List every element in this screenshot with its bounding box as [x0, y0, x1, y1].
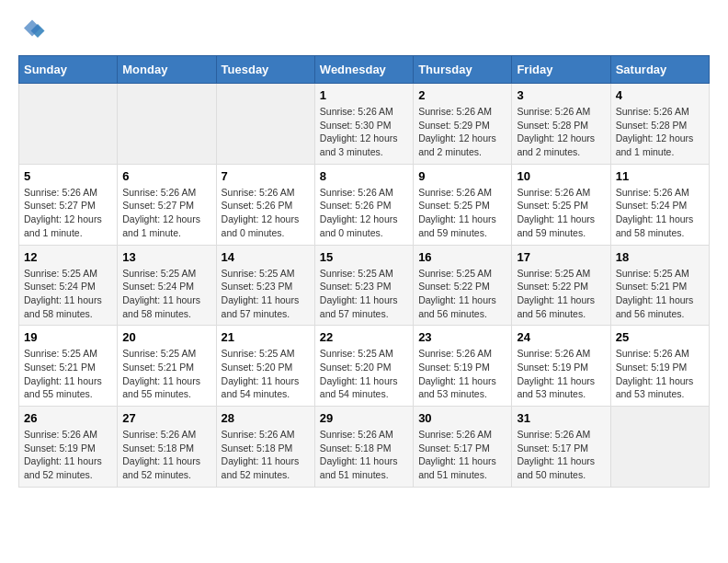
- day-number: 22: [320, 330, 408, 344]
- calendar-cell: 23 Sunrise: 5:26 AM Sunset: 5:19 PM Dayl…: [414, 326, 512, 407]
- calendar-cell: 22 Sunrise: 5:25 AM Sunset: 5:20 PM Dayl…: [314, 326, 413, 407]
- calendar-cell: 27 Sunrise: 5:26 AM Sunset: 5:18 PM Dayl…: [118, 407, 216, 488]
- calendar-cell: 14 Sunrise: 5:25 AM Sunset: 5:23 PM Dayl…: [216, 245, 314, 326]
- calendar-cell: 17 Sunrise: 5:25 AM Sunset: 5:22 PM Dayl…: [512, 245, 610, 326]
- day-info: Sunrise: 5:26 AM Sunset: 5:17 PM Dayligh…: [517, 428, 605, 482]
- weekday-header-thursday: Thursday: [414, 56, 512, 84]
- day-number: 4: [616, 88, 704, 102]
- calendar-cell: 8 Sunrise: 5:26 AM Sunset: 5:26 PM Dayli…: [314, 164, 413, 245]
- calendar-cell: [118, 84, 216, 165]
- day-number: 7: [222, 169, 310, 183]
- weekday-header-friday: Friday: [512, 56, 610, 84]
- day-number: 11: [616, 169, 704, 183]
- day-info: Sunrise: 5:26 AM Sunset: 5:25 PM Dayligh…: [418, 186, 506, 240]
- weekday-row: SundayMondayTuesdayWednesdayThursdayFrid…: [19, 56, 710, 84]
- calendar-week-4: 19 Sunrise: 5:25 AM Sunset: 5:21 PM Dayl…: [19, 326, 710, 407]
- day-info: Sunrise: 5:26 AM Sunset: 5:24 PM Dayligh…: [616, 186, 704, 240]
- day-info: Sunrise: 5:26 AM Sunset: 5:26 PM Dayligh…: [320, 186, 408, 240]
- day-number: 25: [616, 330, 704, 344]
- calendar-cell: 20 Sunrise: 5:25 AM Sunset: 5:21 PM Dayl…: [118, 326, 216, 407]
- day-number: 30: [418, 411, 506, 425]
- day-info: Sunrise: 5:26 AM Sunset: 5:29 PM Dayligh…: [418, 105, 506, 159]
- calendar-cell: 29 Sunrise: 5:26 AM Sunset: 5:18 PM Dayl…: [314, 407, 413, 488]
- calendar-cell: 6 Sunrise: 5:26 AM Sunset: 5:27 PM Dayli…: [118, 164, 216, 245]
- calendar-cell: 21 Sunrise: 5:25 AM Sunset: 5:20 PM Dayl…: [216, 326, 314, 407]
- weekday-header-tuesday: Tuesday: [216, 56, 314, 84]
- day-info: Sunrise: 5:25 AM Sunset: 5:21 PM Dayligh…: [122, 347, 210, 401]
- day-info: Sunrise: 5:25 AM Sunset: 5:20 PM Dayligh…: [320, 347, 408, 401]
- day-number: 9: [418, 169, 506, 183]
- calendar-cell: 31 Sunrise: 5:26 AM Sunset: 5:17 PM Dayl…: [512, 407, 610, 488]
- calendar-week-2: 5 Sunrise: 5:26 AM Sunset: 5:27 PM Dayli…: [19, 164, 710, 245]
- day-info: Sunrise: 5:26 AM Sunset: 5:30 PM Dayligh…: [320, 105, 408, 159]
- day-info: Sunrise: 5:26 AM Sunset: 5:27 PM Dayligh…: [24, 186, 112, 240]
- day-number: 1: [320, 88, 408, 102]
- day-info: Sunrise: 5:26 AM Sunset: 5:18 PM Dayligh…: [122, 428, 210, 482]
- day-number: 15: [320, 250, 408, 264]
- calendar-cell: [216, 84, 314, 165]
- day-number: 23: [418, 330, 506, 344]
- day-number: 17: [517, 250, 605, 264]
- calendar-table: SundayMondayTuesdayWednesdayThursdayFrid…: [18, 55, 710, 488]
- calendar-cell: 15 Sunrise: 5:25 AM Sunset: 5:23 PM Dayl…: [314, 245, 413, 326]
- day-info: Sunrise: 5:25 AM Sunset: 5:23 PM Dayligh…: [320, 267, 408, 321]
- calendar-cell: 16 Sunrise: 5:25 AM Sunset: 5:22 PM Dayl…: [414, 245, 512, 326]
- day-info: Sunrise: 5:25 AM Sunset: 5:23 PM Dayligh…: [222, 267, 310, 321]
- weekday-header-saturday: Saturday: [610, 56, 709, 84]
- calendar-cell: 18 Sunrise: 5:25 AM Sunset: 5:21 PM Dayl…: [610, 245, 709, 326]
- day-number: 19: [24, 330, 112, 344]
- calendar-cell: 9 Sunrise: 5:26 AM Sunset: 5:25 PM Dayli…: [414, 164, 512, 245]
- calendar-cell: 19 Sunrise: 5:25 AM Sunset: 5:21 PM Dayl…: [19, 326, 118, 407]
- calendar-cell: 10 Sunrise: 5:26 AM Sunset: 5:25 PM Dayl…: [512, 164, 610, 245]
- day-number: 21: [222, 330, 310, 344]
- logo: [18, 18, 50, 46]
- weekday-header-monday: Monday: [118, 56, 216, 84]
- calendar-week-1: 1 Sunrise: 5:26 AM Sunset: 5:30 PM Dayli…: [19, 84, 710, 165]
- day-number: 24: [517, 330, 605, 344]
- day-number: 28: [222, 411, 310, 425]
- calendar-cell: 11 Sunrise: 5:26 AM Sunset: 5:24 PM Dayl…: [610, 164, 709, 245]
- logo-icon: [18, 18, 46, 46]
- calendar-cell: 26 Sunrise: 5:26 AM Sunset: 5:19 PM Dayl…: [19, 407, 118, 488]
- calendar-cell: 30 Sunrise: 5:26 AM Sunset: 5:17 PM Dayl…: [414, 407, 512, 488]
- day-number: 10: [517, 169, 605, 183]
- day-info: Sunrise: 5:26 AM Sunset: 5:26 PM Dayligh…: [222, 186, 310, 240]
- day-number: 13: [122, 250, 210, 264]
- calendar-cell: [19, 84, 118, 165]
- day-number: 8: [320, 169, 408, 183]
- day-number: 5: [24, 169, 112, 183]
- calendar-cell: 28 Sunrise: 5:26 AM Sunset: 5:18 PM Dayl…: [216, 407, 314, 488]
- calendar-body: 1 Sunrise: 5:26 AM Sunset: 5:30 PM Dayli…: [19, 84, 710, 488]
- day-info: Sunrise: 5:25 AM Sunset: 5:21 PM Dayligh…: [24, 347, 112, 401]
- day-info: Sunrise: 5:26 AM Sunset: 5:19 PM Dayligh…: [24, 428, 112, 482]
- calendar-cell: 24 Sunrise: 5:26 AM Sunset: 5:19 PM Dayl…: [512, 326, 610, 407]
- day-number: 31: [517, 411, 605, 425]
- calendar-week-3: 12 Sunrise: 5:25 AM Sunset: 5:24 PM Dayl…: [19, 245, 710, 326]
- day-info: Sunrise: 5:26 AM Sunset: 5:25 PM Dayligh…: [517, 186, 605, 240]
- day-number: 18: [616, 250, 704, 264]
- day-number: 20: [122, 330, 210, 344]
- page-header: [18, 18, 710, 46]
- day-info: Sunrise: 5:26 AM Sunset: 5:18 PM Dayligh…: [222, 428, 310, 482]
- calendar-cell: 2 Sunrise: 5:26 AM Sunset: 5:29 PM Dayli…: [414, 84, 512, 165]
- day-info: Sunrise: 5:25 AM Sunset: 5:22 PM Dayligh…: [517, 267, 605, 321]
- day-info: Sunrise: 5:25 AM Sunset: 5:24 PM Dayligh…: [122, 267, 210, 321]
- day-info: Sunrise: 5:26 AM Sunset: 5:18 PM Dayligh…: [320, 428, 408, 482]
- day-number: 12: [24, 250, 112, 264]
- day-info: Sunrise: 5:26 AM Sunset: 5:28 PM Dayligh…: [616, 105, 704, 159]
- day-number: 26: [24, 411, 112, 425]
- calendar-header: SundayMondayTuesdayWednesdayThursdayFrid…: [19, 56, 710, 84]
- day-number: 3: [517, 88, 605, 102]
- day-number: 14: [222, 250, 310, 264]
- day-info: Sunrise: 5:26 AM Sunset: 5:28 PM Dayligh…: [517, 105, 605, 159]
- weekday-header-sunday: Sunday: [19, 56, 118, 84]
- calendar-cell: 7 Sunrise: 5:26 AM Sunset: 5:26 PM Dayli…: [216, 164, 314, 245]
- calendar-cell: 5 Sunrise: 5:26 AM Sunset: 5:27 PM Dayli…: [19, 164, 118, 245]
- calendar-cell: 25 Sunrise: 5:26 AM Sunset: 5:19 PM Dayl…: [610, 326, 709, 407]
- calendar-cell: 1 Sunrise: 5:26 AM Sunset: 5:30 PM Dayli…: [314, 84, 413, 165]
- calendar-cell: 3 Sunrise: 5:26 AM Sunset: 5:28 PM Dayli…: [512, 84, 610, 165]
- calendar-week-5: 26 Sunrise: 5:26 AM Sunset: 5:19 PM Dayl…: [19, 407, 710, 488]
- day-info: Sunrise: 5:25 AM Sunset: 5:20 PM Dayligh…: [222, 347, 310, 401]
- day-info: Sunrise: 5:26 AM Sunset: 5:17 PM Dayligh…: [418, 428, 506, 482]
- day-info: Sunrise: 5:25 AM Sunset: 5:24 PM Dayligh…: [24, 267, 112, 321]
